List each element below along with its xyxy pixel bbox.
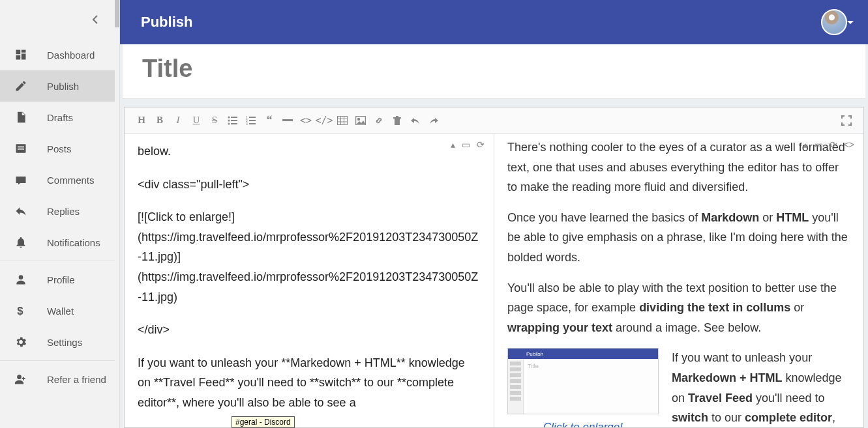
preview-paragraph: If you want to unleash your Markedown + … — [672, 348, 850, 427]
editor-preview-pane: ▴ ▭ ⟳ <> There's nothing cooler to the e… — [494, 134, 863, 427]
sidebar-item-label: Refer a friend — [47, 374, 106, 385]
preview-thumbnail-link[interactable]: Publish Title Click to enlarge! — [507, 348, 659, 427]
svg-text:3: 3 — [246, 122, 248, 126]
svg-rect-17 — [249, 117, 256, 118]
sidebar-scrollbar[interactable] — [115, 0, 119, 428]
sidebar-item-profile[interactable]: Profile — [0, 264, 119, 295]
svg-rect-32 — [396, 116, 398, 117]
sidebar-item-label: Replies — [47, 206, 80, 217]
sidebar-item-label: Notifications — [47, 237, 100, 248]
sidebar-item-comments[interactable]: Comments — [0, 164, 119, 195]
sidebar-item-label: Comments — [47, 175, 95, 186]
italic-button[interactable]: I — [169, 111, 187, 130]
preview-pane-actions: ▴ ▭ ⟳ <> — [803, 137, 854, 153]
sidebar-item-label: Drafts — [47, 112, 73, 123]
ol-button[interactable]: 123 — [242, 111, 260, 130]
undo-button[interactable] — [406, 111, 425, 130]
strike-button[interactable]: S — [205, 111, 224, 130]
svg-text:$: $ — [17, 305, 23, 317]
source-line: <div class="pull-left"> — [138, 175, 481, 195]
svg-point-9 — [17, 375, 22, 379]
sidebar-item-label: Settings — [47, 337, 82, 348]
dashboard-icon — [13, 47, 29, 63]
sidebar-item-label: Wallet — [47, 306, 74, 317]
sidebar-item-refer[interactable]: Refer a friend — [0, 364, 119, 395]
refresh-icon[interactable]: ⟳ — [477, 137, 485, 153]
collapse-up-icon[interactable]: ▴ — [803, 137, 808, 153]
fullscreen-button[interactable] — [837, 111, 856, 130]
link-button[interactable] — [370, 111, 388, 130]
hr-button[interactable] — [278, 111, 297, 130]
sidebar-item-drafts[interactable]: Drafts — [0, 102, 119, 133]
sidebar-collapse-button[interactable] — [0, 0, 119, 39]
svg-rect-2 — [22, 53, 26, 59]
sidebar-item-notifications[interactable]: Notifications — [0, 227, 119, 258]
preview-paragraph: Once you have learned the basics of Mark… — [507, 208, 850, 268]
quote-button[interactable]: “ — [260, 111, 278, 130]
underline-button[interactable]: U — [187, 111, 205, 130]
chevron-left-icon — [92, 15, 98, 24]
svg-rect-30 — [393, 117, 401, 119]
svg-rect-23 — [338, 116, 348, 124]
sidebar-divider — [0, 360, 119, 361]
codeblock-button[interactable]: </> — [315, 111, 333, 130]
code-toggle-icon[interactable]: <> — [844, 137, 854, 153]
refresh-icon[interactable]: ⟳ — [830, 137, 837, 153]
code-button[interactable]: <> — [297, 111, 315, 130]
trash-button[interactable] — [388, 111, 406, 130]
sidebar-item-dashboard[interactable]: Dashboard — [0, 39, 119, 70]
main-area: Publish H B I U S 123 “ <> </> — [120, 0, 868, 428]
source-line: If you want to unleash your **Markedown … — [138, 353, 481, 413]
sidebar-item-wallet[interactable]: $ Wallet — [0, 295, 119, 326]
gear-icon — [13, 334, 29, 350]
svg-rect-6 — [18, 149, 24, 150]
external-tooltip: #geral - Discord — [232, 416, 295, 428]
svg-point-10 — [228, 116, 230, 118]
sidebar-item-posts[interactable]: Posts — [0, 133, 119, 164]
source-pane-actions: ▴ ▭ ⟳ — [451, 137, 485, 153]
dollar-icon: $ — [13, 303, 29, 319]
svg-rect-1 — [22, 50, 26, 53]
svg-rect-21 — [249, 123, 256, 124]
svg-point-7 — [19, 275, 23, 279]
sidebar-item-settings[interactable]: Settings — [0, 326, 119, 358]
redo-button[interactable] — [425, 111, 443, 130]
svg-point-12 — [228, 119, 230, 121]
title-area — [123, 44, 865, 99]
reply-icon — [13, 203, 29, 219]
svg-rect-11 — [231, 117, 237, 118]
comment-icon — [13, 172, 29, 188]
editor-toolbar: H B I U S 123 “ <> </> — [125, 107, 863, 134]
source-line: </div> — [138, 320, 481, 340]
editor: H B I U S 123 “ <> </> — [124, 107, 864, 428]
svg-rect-31 — [395, 119, 400, 125]
page-title: Publish — [141, 14, 192, 31]
bell-icon — [13, 235, 29, 250]
preview-caption[interactable]: Click to enlarge! — [507, 418, 659, 427]
svg-rect-3 — [16, 55, 21, 60]
posts-icon — [13, 141, 29, 156]
image-button[interactable] — [352, 111, 370, 130]
sidebar-item-replies[interactable]: Replies — [0, 195, 119, 227]
sidebar-item-label: Publish — [47, 81, 79, 92]
ul-button[interactable] — [224, 111, 242, 130]
editor-source-pane[interactable]: ▴ ▭ ⟳ below. <div class="pull-left"> [![… — [125, 134, 494, 427]
svg-rect-22 — [282, 119, 293, 121]
sidebar-divider — [0, 261, 119, 261]
desktop-preview-icon[interactable]: ▭ — [815, 137, 823, 153]
file-icon — [13, 109, 29, 125]
svg-rect-15 — [231, 123, 237, 124]
person-icon — [13, 272, 29, 287]
preview-paragraph: There's nothing cooler to the eyes of a … — [507, 137, 850, 197]
sidebar: Dashboard Publish Drafts Posts Comments … — [0, 0, 120, 428]
topbar: Publish — [120, 0, 868, 44]
table-button[interactable] — [333, 111, 352, 130]
bold-button[interactable]: B — [151, 111, 169, 130]
desktop-preview-icon[interactable]: ▭ — [462, 137, 470, 153]
svg-point-29 — [358, 118, 360, 120]
user-avatar[interactable] — [821, 9, 847, 35]
sidebar-item-publish[interactable]: Publish — [0, 70, 119, 102]
post-title-input[interactable] — [142, 55, 846, 83]
heading-button[interactable]: H — [132, 111, 151, 130]
collapse-up-icon[interactable]: ▴ — [451, 137, 455, 153]
